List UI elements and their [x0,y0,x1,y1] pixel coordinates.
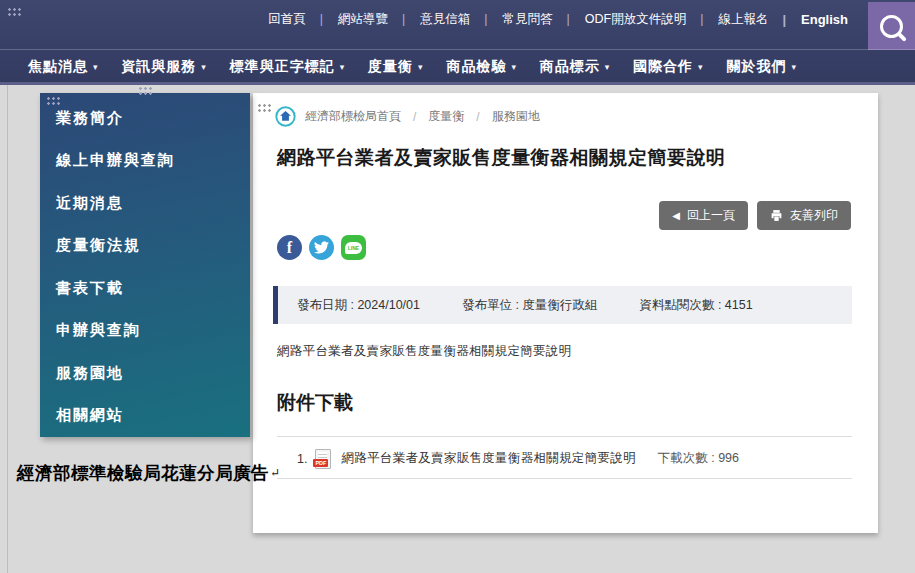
utility-link-feedback[interactable]: 意見信箱 [395,11,477,28]
sidebar: 業務簡介 線上申辦與查詢 近期消息 度量衡法規 書表下載 申辦與查詢 服務園地 … [40,93,250,437]
sidebar-menu: 業務簡介 線上申辦與查詢 近期消息 度量衡法規 書表下載 申辦與查詢 服務園地 … [40,93,250,437]
back-button-label: 回上一頁 [687,207,735,224]
download-count-label: 下載次數 [658,451,718,465]
pdf-file-icon: PDF [315,449,331,469]
sidebar-item-related-sites[interactable]: 相關網站 [56,395,250,438]
nav-label: 商品標示 [540,58,600,76]
social-share: f LINE [277,235,366,260]
article-body-text: 網路平台業者及賣家販售度量衡器相關規定簡要說明 [277,343,571,360]
utility-nav: 回首頁 網站導覽 意見信箱 常見問答 ODF開放文件說明 線上報名 Englis… [261,11,855,28]
attachment-link[interactable]: 網路平台業者及賣家販售度量衡器相關規定簡要說明 [341,450,635,467]
breadcrumb-home[interactable]: 經濟部標檢局首頁 [275,106,401,127]
publish-date-label: 發布日期 [297,298,357,312]
paragraph-mark-icon: ↵ [270,466,281,481]
download-count: 下載次數996 [658,450,739,467]
nav-label: 度量衡 [368,58,413,76]
download-count-value: 996 [718,451,739,465]
search-icon [880,15,903,38]
nav-item-metrology[interactable]: 度量衡 ▾ [368,58,424,76]
article-info-bar: 發布日期2024/10/01 發布單位度量衡行政組 資料點閱次數4151 [273,286,852,324]
print-button[interactable]: 友善列印 [757,201,851,230]
caption-text: 經濟部標準檢驗局花蓮分局廣告 [17,461,269,485]
nav-label: 焦點消息 [28,58,88,76]
utility-link-odf[interactable]: ODF開放文件說明 [560,11,694,28]
caret-down-icon: ▾ [340,62,346,72]
line-icon: LINE [345,242,362,254]
line-share-button[interactable]: LINE [341,235,366,260]
drag-handle-icon [138,86,153,95]
utility-link-english[interactable]: English [775,12,855,27]
publish-date-value: 2024/10/01 [357,298,420,312]
utility-link-signup[interactable]: 線上報名 [693,11,775,28]
nav-item-standards[interactable]: 標準與正字標記 ▾ [230,58,346,76]
site-header: 回首頁 網站導覽 意見信箱 常見問答 ODF開放文件說明 線上報名 Englis… [0,0,915,85]
utility-link-home[interactable]: 回首頁 [261,11,313,28]
utility-link-faq[interactable]: 常見問答 [477,11,559,28]
view-count-label: 資料點閱次數 [639,298,724,312]
breadcrumb: 經濟部標檢局首頁 度量衡 服務園地 [275,106,540,127]
divider [277,436,852,437]
publish-unit-value: 度量衡行政組 [522,298,597,312]
home-icon [275,106,296,127]
breadcrumb-metrology[interactable]: 度量衡 [401,108,464,125]
caret-down-icon: ▾ [418,62,424,72]
attachment-number: 1. [297,452,307,466]
sidebar-item-form-download[interactable]: 書表下載 [56,267,250,310]
caret-down-icon: ▾ [605,62,611,72]
twitter-icon [314,240,329,255]
sidebar-item-online-apply[interactable]: 線上申辦與查詢 [56,140,250,183]
sidebar-item-apply-query[interactable]: 申辦與查詢 [56,310,250,353]
publish-unit-label: 發布單位 [462,298,522,312]
nav-label: 標準與正字標記 [230,58,335,76]
sidebar-item-business-intro[interactable]: 業務簡介 [56,97,250,140]
nav-item-info-services[interactable]: 資訊與服務 ▾ [121,58,207,76]
publish-date: 發布日期2024/10/01 [297,297,420,314]
breadcrumb-current: 服務園地 [464,108,539,125]
view-count: 資料點閱次數4151 [639,297,752,314]
page: 回首頁 網站導覽 意見信箱 常見問答 ODF開放文件說明 線上報名 Englis… [0,0,915,573]
back-button[interactable]: ◀ 回上一頁 [659,201,748,230]
nav-label: 資訊與服務 [121,58,196,76]
back-arrow-icon: ◀ [672,211,680,221]
content-panel: 經濟部標檢局首頁 度量衡 服務園地 網路平台業者及賣家販售度量衡器相關規定簡要說… [253,93,878,533]
divider [277,478,852,479]
document-caption: 經濟部標準檢驗局花蓮分局廣告 ↵ [17,461,281,485]
search-button[interactable] [868,2,915,50]
view-count-value: 4151 [725,298,753,312]
action-buttons: ◀ 回上一頁 友善列印 [659,201,851,230]
nav-item-inspection[interactable]: 商品檢驗 ▾ [446,58,517,76]
sidebar-item-metrology-laws[interactable]: 度量衡法規 [56,225,250,268]
nav-item-about[interactable]: 關於我們 ▾ [726,58,797,76]
printer-icon [770,209,783,222]
nav-label: 國際合作 [633,58,693,76]
drag-handle-icon [257,103,272,112]
page-title: 網路平台業者及賣家販售度量衡器相關規定簡要說明 [277,145,862,171]
nav-item-labeling[interactable]: 商品標示 ▾ [540,58,611,76]
nav-label: 商品檢驗 [446,58,506,76]
utility-link-sitemap[interactable]: 網站導覽 [313,11,395,28]
caret-down-icon: ▾ [511,62,517,72]
caret-down-icon: ▾ [791,62,797,72]
main-nav: 焦點消息 ▾ 資訊與服務 ▾ 標準與正字標記 ▾ 度量衡 ▾ 商品檢驗 ▾ 商品… [0,49,915,83]
caret-down-icon: ▾ [93,62,99,72]
pdf-badge: PDF [313,459,328,467]
facebook-icon: f [287,239,292,257]
drag-handle-icon [7,7,22,16]
drag-handle-icon [46,96,61,105]
caret-down-icon: ▾ [698,62,704,72]
facebook-share-button[interactable]: f [277,235,302,260]
sidebar-item-service-area[interactable]: 服務園地 [56,352,250,395]
caret-down-icon: ▾ [201,62,207,72]
page-edge-line [7,85,8,573]
breadcrumb-label: 經濟部標檢局首頁 [305,108,401,125]
sidebar-item-recent-news[interactable]: 近期消息 [56,182,250,225]
nav-label: 關於我們 [726,58,786,76]
attachments-heading: 附件下載 [277,390,353,416]
twitter-share-button[interactable] [309,235,334,260]
publish-unit: 發布單位度量衡行政組 [462,297,597,314]
attachment-row: 1. PDF 網路平台業者及賣家販售度量衡器相關規定簡要說明 下載次數996 [277,440,852,477]
nav-item-news[interactable]: 焦點消息 ▾ [28,58,99,76]
print-button-label: 友善列印 [790,207,838,224]
nav-item-international[interactable]: 國際合作 ▾ [633,58,704,76]
